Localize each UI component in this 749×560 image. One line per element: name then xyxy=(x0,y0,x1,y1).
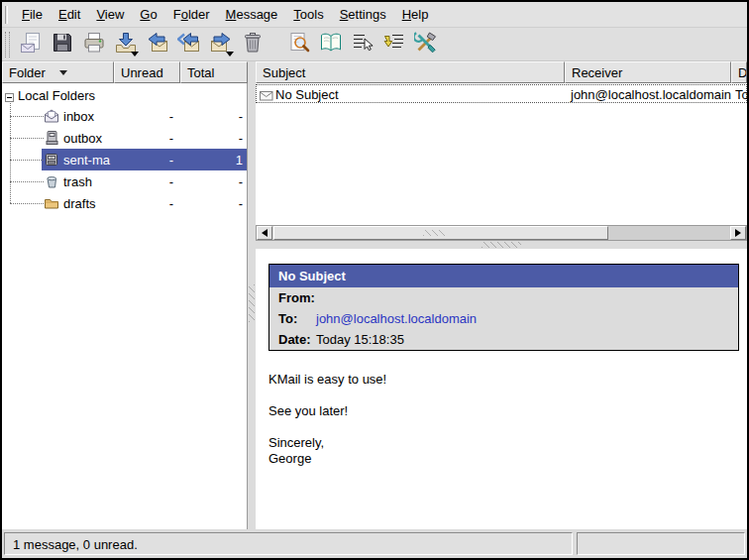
toolbar-drag-handle[interactable] xyxy=(5,32,10,57)
menu-tools[interactable]: Tools xyxy=(285,4,331,25)
message-header-box: No Subject From: To: john@localhost.loca… xyxy=(268,264,739,351)
tree-line xyxy=(10,181,44,182)
folder-name: outbox xyxy=(63,131,102,146)
vertical-splitter[interactable] xyxy=(248,61,256,529)
status-secondary-panel xyxy=(577,532,745,555)
message-list: No Subject john@localhost.localdomain To… xyxy=(256,83,747,225)
column-header-unread[interactable]: Unread xyxy=(114,61,180,83)
reply-all-button[interactable] xyxy=(175,31,202,57)
date-row: Date: Today 15:18:35 xyxy=(269,329,738,350)
column-header-receiver[interactable]: Receiver xyxy=(565,61,731,83)
check-mail-button[interactable] xyxy=(112,31,139,57)
message-subject-cell: No Subject xyxy=(275,87,339,102)
tree-line xyxy=(10,138,44,139)
folder-root-row[interactable]: Local Folders xyxy=(2,85,247,105)
menu-help[interactable]: Help xyxy=(394,4,437,25)
collapse-expander-icon[interactable] xyxy=(5,93,14,102)
message-body-line: Sincerely, xyxy=(268,435,737,451)
splitter-grip-icon xyxy=(482,242,521,248)
reply-icon xyxy=(146,31,169,57)
message-body-line xyxy=(268,419,737,435)
menu-items: FileEditViewGoFolderMessageToolsSettings… xyxy=(14,4,436,25)
date-value: Today 15:18:35 xyxy=(316,332,404,347)
message-date-cell: Today 15:18:35 xyxy=(735,87,747,102)
message-receiver-cell: john@localhost.localdomain xyxy=(571,87,731,102)
menu-message[interactable]: Message xyxy=(218,4,286,25)
mark-message-button[interactable] xyxy=(380,31,407,57)
horizontal-scrollbar[interactable] xyxy=(256,225,747,241)
message-body-line: KMail is easy to use! xyxy=(268,372,737,388)
message-row[interactable]: No Subject john@localhost.localdomain To… xyxy=(256,84,747,103)
folder-unread-count: - xyxy=(140,109,173,124)
trash-icon xyxy=(241,31,265,57)
folder-row-outbox[interactable]: outbox-- xyxy=(2,127,247,149)
message-body-line: See you later! xyxy=(268,403,737,419)
folder-row-sent-ma[interactable]: sent-ma-1 xyxy=(2,149,247,170)
forward-button[interactable] xyxy=(207,31,234,57)
folder-unread-count: - xyxy=(140,196,173,211)
find-messages-icon xyxy=(287,31,311,57)
message-body: KMail is easy to use! See you later! Sin… xyxy=(268,372,737,467)
column-header-subject[interactable]: Subject xyxy=(256,61,565,83)
menu-settings[interactable]: Settings xyxy=(332,4,394,25)
status-bar: 1 message, 0 unread. xyxy=(2,529,747,558)
save-button[interactable] xyxy=(49,31,75,57)
tree-line xyxy=(10,203,44,204)
arrow-right-icon xyxy=(735,229,741,237)
menu-edit[interactable]: Edit xyxy=(51,4,88,25)
folder-unread-count: - xyxy=(140,174,173,189)
scroll-right-button[interactable] xyxy=(730,226,746,240)
trash-button[interactable] xyxy=(239,31,266,57)
folder-total-count: 1 xyxy=(209,153,243,168)
column-header-folder-label: Folder xyxy=(9,65,46,80)
toolbar-buttons xyxy=(17,31,439,57)
message-body-line xyxy=(268,388,737,403)
print-button[interactable] xyxy=(80,31,107,57)
address-book-button[interactable] xyxy=(317,31,344,57)
save-icon xyxy=(51,31,74,57)
folder-name: sent-ma xyxy=(63,153,110,168)
dropdown-arrow-icon[interactable] xyxy=(226,52,234,56)
folder-tree: Local Folders inbox--outbox--sent-ma-1tr… xyxy=(2,83,248,529)
find-messages-button[interactable] xyxy=(285,31,312,57)
column-header-date[interactable]: Date xyxy=(731,61,747,83)
reply-button[interactable] xyxy=(144,31,170,57)
configure-icon xyxy=(414,31,438,57)
drafts-icon xyxy=(44,195,59,211)
column-header-total[interactable]: Total xyxy=(180,61,248,83)
message-preview-pane: No Subject From: To: john@localhost.loca… xyxy=(256,249,747,529)
folder-name: trash xyxy=(63,174,92,189)
from-label: From: xyxy=(278,290,315,305)
message-body-line: George xyxy=(268,451,737,467)
recipient-email-link[interactable]: john@localhost.localdomain xyxy=(316,311,477,326)
dropdown-arrow-icon[interactable] xyxy=(131,52,139,56)
menubar-drag-handle[interactable] xyxy=(5,6,8,24)
address-book-icon xyxy=(319,31,343,57)
mark-message-icon xyxy=(382,31,406,57)
menu-go[interactable]: Go xyxy=(132,4,164,25)
scroll-left-button[interactable] xyxy=(257,226,272,240)
column-header-folder[interactable]: Folder xyxy=(2,61,114,83)
print-icon xyxy=(82,31,106,57)
date-label: Date: xyxy=(278,332,311,347)
scrollbar-thumb[interactable] xyxy=(273,226,608,240)
new-message-button[interactable] xyxy=(17,31,44,57)
envelope-icon xyxy=(260,89,273,99)
tree-line xyxy=(10,116,44,117)
kmail-window: FileEditViewGoFolderMessageToolsSettings… xyxy=(0,0,749,560)
menu-file[interactable]: File xyxy=(14,4,51,25)
menu-view[interactable]: View xyxy=(88,4,132,25)
create-filter-button[interactable] xyxy=(349,31,375,57)
folder-name: inbox xyxy=(63,109,94,124)
horizontal-splitter[interactable] xyxy=(256,241,747,249)
to-label: To: xyxy=(278,311,297,326)
folder-total-count: - xyxy=(209,131,243,146)
configure-button[interactable] xyxy=(412,31,439,57)
folder-root-label: Local Folders xyxy=(18,88,95,103)
status-message-panel: 1 message, 0 unread. xyxy=(4,532,573,555)
trash-folder-icon xyxy=(44,173,59,189)
folder-row-trash[interactable]: trash-- xyxy=(2,170,247,192)
folder-row-inbox[interactable]: inbox-- xyxy=(2,105,247,127)
folder-row-drafts[interactable]: drafts-- xyxy=(2,192,247,214)
menu-folder[interactable]: Folder xyxy=(165,4,218,25)
